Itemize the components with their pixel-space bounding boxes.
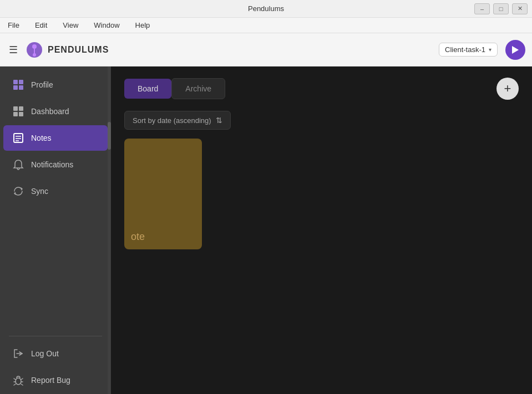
svg-rect-9: [13, 106, 18, 111]
bug-icon: [12, 374, 24, 386]
task-selector[interactable]: Client-task-1 ▾: [439, 43, 498, 57]
svg-line-20: [21, 378, 23, 380]
svg-rect-6: [19, 80, 23, 84]
svg-line-24: [21, 384, 23, 385]
svg-line-23: [14, 384, 16, 385]
svg-rect-12: [19, 112, 23, 116]
window-controls: – □ ✕: [474, 3, 528, 14]
menu-file[interactable]: File: [4, 20, 23, 30]
sidebar-dashboard-label: Dashboard: [31, 107, 69, 116]
logo-text: PENDULUMS: [48, 45, 109, 55]
menu-view[interactable]: View: [59, 20, 82, 30]
sidebar-scrollbar[interactable]: [108, 66, 111, 394]
svg-point-18: [16, 378, 21, 385]
play-button[interactable]: [505, 40, 525, 60]
sidebar-item-sync[interactable]: Sync: [3, 178, 108, 204]
sidebar-scrollbar-thumb: [108, 122, 111, 150]
sidebar-sync-label: Sync: [31, 187, 48, 196]
sidebar-item-report-bug[interactable]: Report Bug: [3, 367, 108, 393]
dashboard-icon: [12, 105, 24, 117]
play-icon: [511, 46, 519, 54]
title-bar: Pendulums – □ ✕: [0, 0, 532, 18]
minimize-button[interactable]: –: [474, 3, 490, 14]
svg-rect-11: [13, 112, 18, 116]
note-card-text: ote: [131, 231, 195, 243]
svg-line-19: [14, 378, 16, 380]
menu-edit[interactable]: Edit: [32, 20, 50, 30]
note-card[interactable]: ote: [124, 139, 202, 249]
sidebar-item-dashboard[interactable]: Dashboard: [3, 99, 108, 124]
bell-icon: [12, 158, 24, 171]
menu-window[interactable]: Window: [90, 20, 123, 30]
sort-row: Sort by date (ascending) ⇅: [124, 111, 519, 130]
window-title: Pendulums: [248, 4, 284, 13]
task-selector-value: Client-task-1: [445, 45, 485, 54]
svg-rect-7: [13, 85, 18, 90]
sidebar-notifications-label: Notifications: [31, 160, 73, 169]
notes-grid: ote: [124, 139, 519, 249]
app-body: Profile Dashboard: [0, 66, 532, 394]
sidebar-bottom: Log Out Report Bug: [0, 331, 111, 394]
sidebar-notes-label: Notes: [31, 134, 52, 142]
sidebar-item-profile[interactable]: Profile: [3, 72, 108, 98]
logo: PENDULUMS: [26, 41, 109, 59]
svg-point-3: [33, 53, 36, 57]
tab-board[interactable]: Board: [124, 79, 171, 99]
notes-icon: [12, 132, 24, 144]
sidebar-nav: Profile Dashboard: [0, 66, 111, 331]
svg-marker-4: [512, 46, 519, 54]
add-note-button[interactable]: +: [496, 78, 519, 100]
tab-archive[interactable]: Archive: [171, 78, 225, 99]
sidebar: Profile Dashboard: [0, 66, 111, 394]
chevron-down-icon: ▾: [489, 47, 492, 53]
app-header: ☰ PENDULUMS Client-task-1 ▾: [0, 33, 532, 66]
sort-icon: ⇅: [216, 116, 222, 125]
sidebar-profile-label: Profile: [31, 80, 53, 89]
tabs-row: Board Archive +: [124, 78, 519, 100]
sort-label: Sort by date (ascending): [133, 116, 211, 125]
menu-help[interactable]: Help: [132, 20, 154, 30]
sidebar-item-notifications[interactable]: Notifications: [3, 152, 108, 177]
content-area: Board Archive + Sort by date (ascending)…: [111, 66, 532, 394]
hamburger-button[interactable]: ☰: [7, 42, 20, 58]
svg-point-1: [32, 44, 37, 49]
close-button[interactable]: ✕: [512, 3, 528, 14]
menu-bar: File Edit View Window Help: [0, 18, 532, 33]
sync-icon: [12, 185, 24, 197]
profile-icon: [12, 79, 24, 91]
sidebar-item-notes[interactable]: Notes: [3, 125, 108, 151]
sidebar-logout-label: Log Out: [31, 349, 59, 358]
svg-rect-10: [19, 106, 23, 111]
svg-rect-8: [19, 85, 23, 90]
sidebar-report-bug-label: Report Bug: [31, 376, 70, 385]
logout-icon: [12, 347, 24, 360]
main-content: Board Archive + Sort by date (ascending)…: [111, 66, 532, 394]
sidebar-item-logout[interactable]: Log Out: [3, 341, 108, 366]
sort-button[interactable]: Sort by date (ascending) ⇅: [124, 111, 231, 130]
maximize-button[interactable]: □: [493, 3, 509, 14]
svg-rect-5: [13, 80, 18, 84]
logo-icon: [26, 41, 43, 59]
